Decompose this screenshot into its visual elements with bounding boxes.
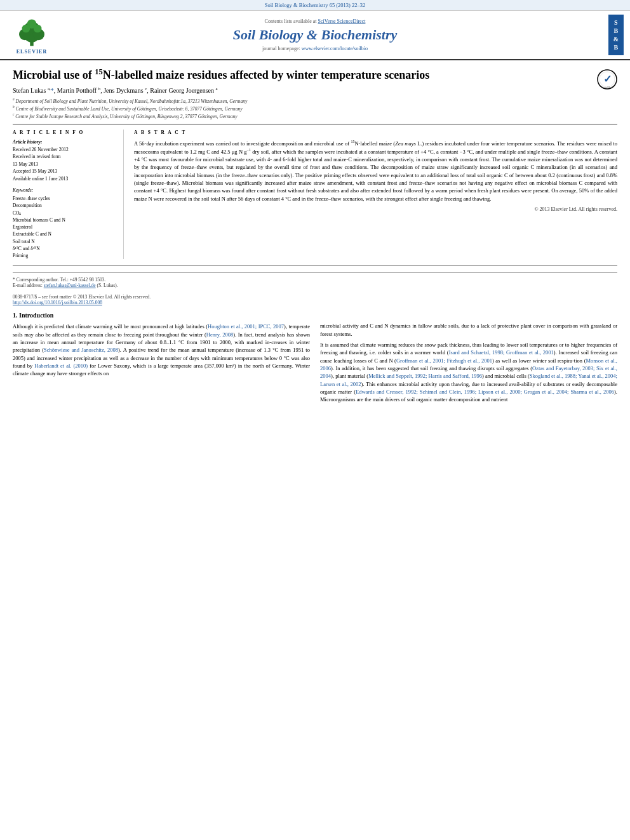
elsevier-tree-icon	[13, 16, 51, 48]
elsevier-logo: ELSEVIER	[6, 16, 57, 55]
svg-text:CrossMark: CrossMark	[601, 86, 613, 89]
svg-point-5	[22, 24, 30, 32]
affiliation-b: b Centre of Biodiversity and Sustainable…	[13, 105, 592, 112]
doi-link[interactable]: http://dx.doi.org/10.1016/j.soilbio.2013…	[13, 300, 102, 305]
journal-citation: Soil Biology & Biochemistry 65 (2013) 22…	[265, 2, 366, 8]
kw-8: δ¹⁵C and δ¹⁵N	[13, 245, 117, 252]
sciverse-text: Contents lists available at SciVerse Sci…	[57, 18, 573, 24]
keywords-label: Keywords:	[13, 187, 117, 193]
sb-logo-area: SB&B	[573, 15, 624, 55]
authors: Stefan Lukas a,*, Martin Potthoff b, Jen…	[13, 86, 592, 94]
abstract-text: A 56-day incubation experiment was carri…	[134, 139, 617, 203]
email-link[interactable]: stefan.lukas@uni-kassel.de	[44, 283, 96, 288]
history-revised-date: 13 May 2013	[13, 161, 117, 168]
abstract-header: A B S T R A C T	[134, 130, 617, 135]
history-online: Available online 1 June 2013	[13, 176, 117, 183]
intro-col2: microbial activity and C and N dynamics …	[320, 322, 617, 403]
homepage-url[interactable]: www.elsevier.com/locate/soilbio	[302, 46, 368, 51]
abstract-col: A B S T R A C T A 56-day incubation expe…	[134, 130, 617, 260]
kw-3: CO₂	[13, 210, 117, 217]
kw-7: Soil total N	[13, 238, 117, 245]
sb-logo: SB&B	[608, 15, 624, 55]
crossmark-icon: ✓ CrossMark	[597, 69, 617, 90]
kw-5: Ergosterol	[13, 223, 117, 230]
article-info-header: A R T I C L E I N F O	[13, 130, 117, 135]
journal-header: ELSEVIER Contents lists available at Sci…	[0, 11, 630, 60]
email-note: E-mail address: stefan.lukas@uni-kassel.…	[13, 283, 617, 288]
main-content: Microbial use of 15N-labelled maize resi…	[0, 60, 630, 413]
issn-line: 0038-0717/$ – see front matter © 2013 El…	[13, 294, 617, 300]
journal-title-area: Contents lists available at SciVerse Sci…	[57, 18, 573, 51]
article-info-col: A R T I C L E I N F O Article history: R…	[13, 130, 124, 260]
svg-text:✓: ✓	[603, 74, 612, 84]
body-col-left: 1. Introduction Although it is predicted…	[13, 312, 310, 406]
affiliation-c: c Centre for Stable Isotope Research and…	[13, 112, 592, 120]
doi-line: http://dx.doi.org/10.1016/j.soilbio.2013…	[13, 300, 617, 305]
article-title: Microbial use of 15N-labelled maize resi…	[13, 67, 592, 83]
article-title-text: Microbial use of 15N-labelled maize resi…	[13, 67, 592, 120]
kw-4: Microbial biomass C and N	[13, 217, 117, 223]
article-info-abstract: A R T I C L E I N F O Article history: R…	[13, 130, 617, 267]
svg-point-6	[34, 24, 42, 32]
copyright: © 2013 Elsevier Ltd. All rights reserved…	[134, 206, 617, 212]
body-text: 1. Introduction Although it is predicted…	[13, 312, 617, 406]
journal-bar: Soil Biology & Biochemistry 65 (2013) 22…	[0, 0, 630, 11]
journal-homepage: journal homepage: www.elsevier.com/locat…	[57, 46, 573, 51]
history-label: Article history:	[13, 139, 117, 145]
history-accepted: Accepted 15 May 2013	[13, 168, 117, 175]
intro-title: 1. Introduction	[13, 312, 310, 319]
sciverse-link[interactable]: SciVerse ScienceDirect	[318, 18, 366, 24]
body-col-right: microbial activity and C and N dynamics …	[320, 312, 617, 406]
affiliations: a Department of Soil Biology and Plant N…	[13, 97, 592, 120]
kw-9: Priming	[13, 252, 117, 259]
kw-2: Decomposition	[13, 202, 117, 209]
footer-info: * Corresponding author. Tel.: +49 5542 9…	[13, 272, 617, 305]
article-title-section: Microbial use of 15N-labelled maize resi…	[13, 67, 617, 124]
corresponding-author-note: * Corresponding author. Tel.: +49 5542 9…	[13, 277, 617, 283]
keywords-section: Keywords: Freeze–thaw cycles Decompositi…	[13, 187, 117, 259]
kw-1: Freeze–thaw cycles	[13, 195, 117, 202]
intro-col1: Although it is predicted that climate wa…	[13, 323, 310, 377]
kw-6: Extractable C and N	[13, 230, 117, 237]
history-revised: Received in revised form	[13, 154, 117, 161]
crossmark-area: ✓ CrossMark	[592, 67, 617, 90]
elsevier-wordmark: ELSEVIER	[17, 49, 47, 55]
affiliation-a: a Department of Soil Biology and Plant N…	[13, 97, 592, 105]
journal-title: Soil Biology & Biochemistry	[57, 27, 573, 43]
history-received: Received 26 November 2012	[13, 147, 117, 154]
